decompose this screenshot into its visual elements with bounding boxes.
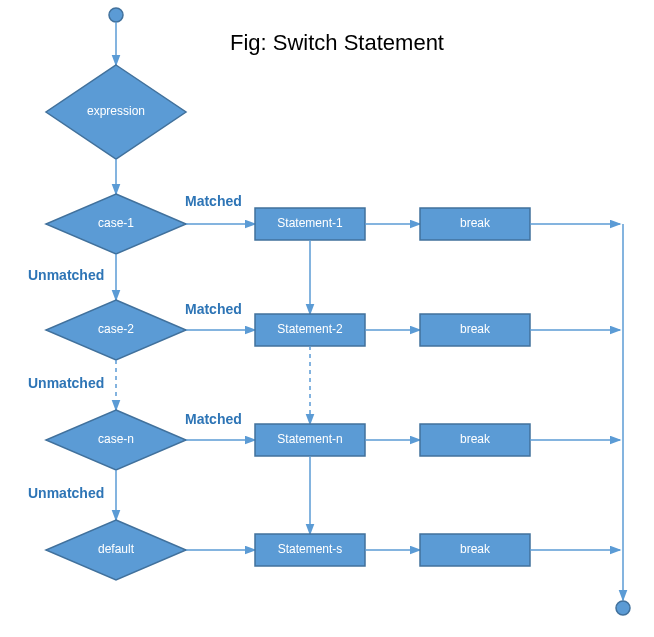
- start-terminal: [109, 8, 123, 22]
- casen-matched-label: Matched: [185, 411, 242, 427]
- stmt1-label: Statement-1: [277, 216, 343, 230]
- stmt2-label: Statement-2: [277, 322, 343, 336]
- stmts-label: Statement-s: [278, 542, 343, 556]
- case2-label: case-2: [98, 322, 134, 336]
- casen-label: case-n: [98, 432, 134, 446]
- breaks-label: break: [460, 542, 491, 556]
- expression-label: expression: [87, 104, 145, 118]
- default-label: default: [98, 542, 135, 556]
- break1-label: break: [460, 216, 491, 230]
- case1-label: case-1: [98, 216, 134, 230]
- case1-unmatched-label: Unmatched: [28, 267, 104, 283]
- break2-label: break: [460, 322, 491, 336]
- case1-matched-label: Matched: [185, 193, 242, 209]
- breakn-label: break: [460, 432, 491, 446]
- end-terminal: [616, 601, 630, 615]
- casen-unmatched-label: Unmatched: [28, 485, 104, 501]
- case2-matched-label: Matched: [185, 301, 242, 317]
- stmtn-label: Statement-n: [277, 432, 342, 446]
- figure-title: Fig: Switch Statement: [230, 30, 444, 55]
- case2-unmatched-label: Unmatched: [28, 375, 104, 391]
